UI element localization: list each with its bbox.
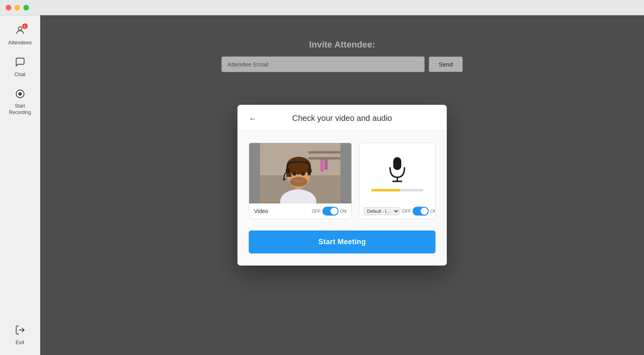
svg-point-17 (292, 172, 296, 176)
sidebar-recording-label: StartRecording (9, 103, 31, 116)
start-meeting-button[interactable]: Start Meeting (249, 230, 436, 253)
video-panel: Video OFF ON (249, 143, 352, 219)
audio-controls: Default - Inte OFF ON (359, 203, 435, 219)
audio-toggle[interactable] (413, 207, 429, 216)
svg-rect-7 (308, 157, 341, 160)
modal-overlay: ← Check your video and audio (40, 15, 644, 355)
sidebar-item-recording[interactable]: StartRecording (0, 83, 40, 121)
svg-point-0 (18, 27, 22, 30)
video-toggle[interactable] (322, 207, 339, 216)
panels-container: Video OFF ON (249, 143, 436, 219)
audio-panel: Default - Inte OFF ON (359, 143, 436, 219)
sidebar-exit-label: Exit (16, 339, 25, 345)
video-controls: Video OFF ON (249, 203, 351, 219)
audio-preview (359, 143, 435, 203)
attendees-icon: 1 (15, 25, 25, 38)
video-person-graphic (249, 143, 351, 203)
video-on-label: ON (340, 209, 347, 214)
audio-level-bar (371, 189, 423, 191)
svg-rect-6 (308, 151, 341, 154)
sidebar-attendees-label: Attendees (8, 39, 32, 46)
check-av-modal: ← Check your video and audio (237, 105, 447, 266)
back-button[interactable]: ← (249, 114, 257, 122)
modal-header: ← Check your video and audio (237, 105, 447, 131)
svg-rect-9 (324, 160, 328, 170)
recording-icon (15, 89, 25, 102)
audio-on-label: ON (430, 209, 436, 214)
titlebar (0, 0, 644, 15)
main-content: Invite Attendee: Send ← Check your video… (40, 15, 644, 355)
modal-title: Check your video and audio (263, 114, 421, 123)
svg-point-21 (283, 178, 285, 181)
exit-icon (15, 325, 25, 338)
svg-rect-8 (320, 160, 324, 172)
audio-device-select[interactable]: Default - Inte (363, 207, 400, 215)
maximize-button[interactable] (23, 5, 29, 10)
video-toggle-group: OFF ON (312, 207, 347, 216)
sidebar-item-chat[interactable]: Chat (0, 51, 40, 83)
attendees-badge: 1 (22, 23, 28, 29)
video-off-label: OFF (312, 209, 321, 214)
modal-body: Video OFF ON (237, 131, 447, 266)
svg-point-18 (301, 172, 305, 176)
audio-level-fill (371, 189, 400, 191)
svg-point-2 (18, 92, 22, 96)
svg-rect-20 (308, 168, 312, 174)
sidebar-chat-label: Chat (14, 71, 25, 77)
chat-icon (15, 57, 25, 70)
close-button[interactable] (6, 5, 11, 10)
svg-rect-22 (393, 157, 401, 170)
sidebar-item-exit[interactable]: Exit (15, 319, 25, 351)
sidebar: 1 Attendees Chat StartRecording (0, 15, 40, 355)
sidebar-item-attendees[interactable]: 1 Attendees (0, 19, 40, 51)
audio-toggle-group: OFF ON (402, 207, 436, 216)
minimize-button[interactable] (14, 5, 20, 10)
video-label: Video (254, 208, 309, 214)
video-preview (249, 143, 351, 203)
audio-off-label: OFF (402, 209, 411, 214)
microphone-icon (385, 155, 409, 183)
